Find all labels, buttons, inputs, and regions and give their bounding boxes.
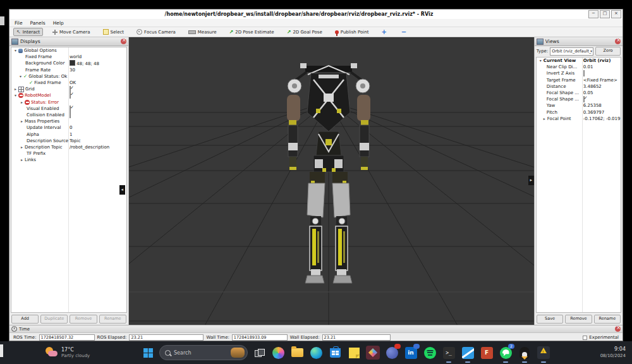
displays-close-icon[interactable] (121, 39, 126, 44)
tree-row[interactable]: Fixed FrameOK (11, 80, 126, 86)
displays-panel-header[interactable]: Displays (9, 37, 128, 46)
expander-icon[interactable] (13, 92, 18, 99)
collapse-right-arrow[interactable]: ▸ (528, 176, 534, 185)
menu-panels[interactable]: Panels (30, 20, 46, 26)
close-button[interactable]: × (611, 10, 621, 18)
edge-button[interactable] (308, 345, 324, 360)
minimize-button[interactable]: − (588, 10, 599, 18)
tree-row[interactable]: Frame Rate30 (11, 67, 126, 73)
expander-icon[interactable] (538, 58, 544, 64)
view-type-dropdown[interactable]: Orbit (rviz_default_ (550, 47, 593, 56)
menu-help[interactable]: Help (53, 20, 64, 26)
tree-row[interactable]: Pitch0.369797 (537, 109, 621, 116)
expander-icon[interactable] (18, 73, 23, 80)
tree-row[interactable]: Distance3.48652 (537, 83, 621, 90)
tree-row[interactable]: Focal Shape ... (537, 96, 621, 102)
select-tool-button[interactable]: Select (100, 28, 128, 36)
photos-button[interactable] (365, 345, 380, 360)
ros-elapsed-field[interactable]: 23.21 (129, 334, 204, 341)
store-button[interactable] (327, 345, 343, 360)
interact-tool-button[interactable]: Interact (13, 28, 43, 36)
tree-row[interactable]: Invert Z Axis (537, 70, 621, 76)
collapse-left-arrow[interactable]: ◂ (119, 185, 125, 195)
warning-app-button[interactable] (536, 345, 551, 360)
remove-view-button[interactable]: Remove (565, 315, 592, 324)
views-panel-header[interactable]: Views (535, 37, 623, 46)
experimental-toggle[interactable]: Experimental (583, 335, 619, 340)
sticky-notes-button[interactable] (346, 345, 362, 360)
start-button[interactable] (140, 345, 155, 360)
weather-widget[interactable]: 17°C Partly cloudy (46, 347, 140, 359)
tree-row[interactable]: Global Status: Ok (11, 73, 126, 80)
terminal-button[interactable]: >_ (441, 345, 456, 360)
tree-row-grid[interactable]: Grid (11, 86, 126, 92)
files-app-button[interactable]: F (479, 345, 494, 360)
tree-row[interactable]: Background Color48; 48; 48 (11, 60, 126, 66)
tree-row[interactable]: Target Frame<Fixed Frame> (537, 77, 621, 83)
tree-row[interactable]: Visual Enabled (11, 106, 126, 112)
copilot-button[interactable] (270, 345, 286, 360)
linux-app-button[interactable] (517, 345, 532, 360)
expander-icon[interactable] (19, 144, 25, 150)
tree-row[interactable]: Focal Shape ...0.05 (537, 90, 621, 96)
views-close-icon[interactable] (615, 39, 621, 44)
tree-row[interactable]: Focal Point-0.17062; -0.0197... (537, 116, 621, 122)
goal-pose-tool-button[interactable]: 2D Goal Pose (284, 28, 325, 36)
linkedin-button[interactable]: in (403, 345, 418, 360)
file-explorer-button[interactable] (289, 345, 305, 360)
rename-button[interactable]: Rename (99, 315, 126, 324)
duplicate-button[interactable]: Duplicate (40, 315, 68, 324)
add-tool-button[interactable] (378, 27, 391, 37)
expander-icon[interactable] (13, 86, 18, 92)
tree-row[interactable]: Collision Enabled (11, 112, 126, 118)
rename-view-button[interactable]: Rename (594, 315, 621, 324)
tree-row[interactable]: Description SourceTopic (11, 138, 126, 144)
move-camera-tool-button[interactable]: Move Camera (49, 28, 93, 36)
tree-row[interactable]: Mass Properties (11, 118, 126, 124)
ros-time-field[interactable]: 1728418507.32 (39, 334, 95, 341)
teams-button[interactable] (384, 345, 399, 360)
spotify-button[interactable] (422, 345, 437, 360)
focal-shape-fixed-checkbox[interactable] (583, 96, 585, 102)
tree-row[interactable]: Description Topic/robot_description (11, 144, 126, 150)
publish-point-tool-button[interactable]: Publish Point (332, 28, 372, 36)
expander-icon[interactable] (19, 118, 25, 124)
tree-row-robotmodel[interactable]: RobotModel (11, 92, 126, 99)
tree-row[interactable]: Links (11, 157, 126, 163)
collision-enabled-checkbox[interactable] (70, 112, 71, 118)
time-panel-header[interactable]: Time (9, 325, 623, 333)
measure-tool-button[interactable]: Measure (185, 28, 220, 36)
tree-row[interactable]: Fixed Frameworld (11, 54, 126, 60)
tree-row[interactable]: TF Prefix (11, 150, 126, 157)
visual-enabled-checkbox[interactable] (70, 106, 71, 112)
maximize-button[interactable]: □ (600, 10, 610, 18)
task-view-button[interactable] (252, 345, 267, 360)
taskbar-clock[interactable]: 9:04 08/10/2024 (600, 346, 626, 358)
time-close-icon[interactable] (615, 326, 621, 332)
pose-estimate-tool-button[interactable]: 2D Pose Estimate (226, 28, 277, 36)
tree-row[interactable]: Current ViewOrbit (rviz) (537, 58, 621, 64)
tree-row[interactable]: Alpha1 (11, 131, 126, 137)
remove-tool-button[interactable] (398, 27, 411, 37)
add-button[interactable]: Add (11, 315, 39, 324)
remove-button[interactable]: Remove (70, 315, 97, 324)
expander-icon[interactable] (19, 157, 25, 163)
save-view-button[interactable]: Save (537, 315, 563, 324)
window-titlebar[interactable]: /home/newtonjert/dropbear_ws/install/dro… (9, 9, 623, 20)
3d-viewport[interactable]: ▸ (129, 37, 534, 325)
expander-icon[interactable] (13, 47, 18, 54)
vscode-button[interactable] (460, 345, 475, 360)
wall-elapsed-field[interactable]: 23.21 (322, 334, 391, 341)
views-tree[interactable]: Current ViewOrbit (rviz) Near Clip Di...… (536, 57, 621, 313)
tree-row[interactable]: Update Interval0 (11, 124, 126, 131)
search-bar[interactable]: Search (159, 345, 248, 360)
displays-tree[interactable]: Global Options Fixed Frameworld Backgrou… (11, 47, 127, 313)
wall-time-field[interactable]: 1728418933.09 (232, 334, 288, 341)
menu-file[interactable]: File (15, 20, 23, 26)
expander-icon[interactable] (19, 99, 25, 106)
experimental-checkbox[interactable] (583, 336, 587, 340)
whatsapp-button[interactable]: 2 (498, 345, 513, 360)
expander-icon[interactable] (542, 116, 547, 122)
tree-row[interactable]: Yaw6.25358 (537, 102, 621, 109)
tree-row-status-error[interactable]: Status: Error (11, 99, 126, 106)
